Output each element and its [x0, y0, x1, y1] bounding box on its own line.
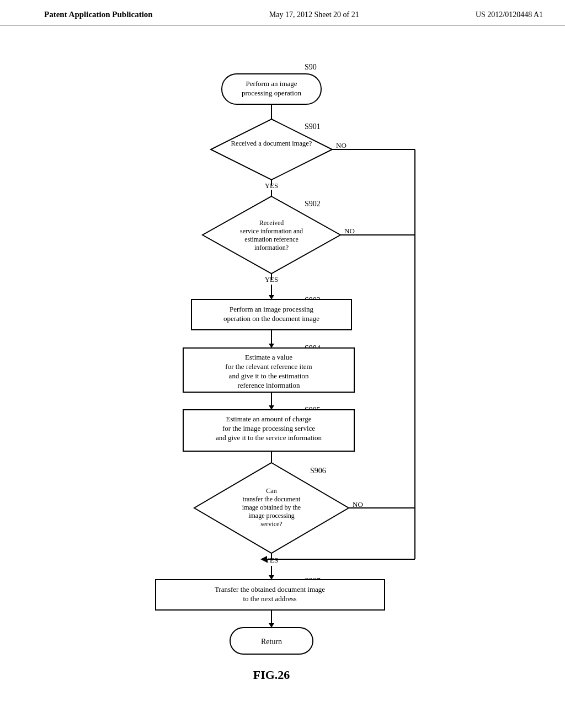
return-text: Return: [261, 638, 282, 646]
s904-text4: reference information: [238, 381, 300, 389]
arrowhead-s906-yes: [269, 575, 274, 580]
header-left: Patent Application Publication: [44, 10, 153, 19]
arrowhead-s902-yes: [269, 295, 274, 299]
s905-text3: and give it to the service information: [216, 433, 322, 442]
s902-diamond: [202, 196, 340, 274]
s906-no: NO: [353, 500, 363, 508]
s901-label: S901: [305, 122, 321, 131]
s902-text2: service information and: [240, 227, 303, 235]
s903-text2: operation on the document image: [223, 314, 319, 323]
s905-text1: Estimate an amount of charge: [226, 415, 312, 423]
fig-caption: FIG.26: [253, 668, 290, 682]
s90-text-line2: processing operation: [242, 89, 301, 97]
s902-text3: estimation reference: [244, 235, 299, 243]
s90-text-line1: Perform an image: [246, 79, 297, 88]
s906-text2: transfer the document: [243, 495, 301, 503]
header-right: US 2012/0120448 A1: [476, 10, 543, 19]
s904-text1: Estimate a value: [245, 353, 292, 361]
s902-text4: information?: [254, 244, 289, 251]
header-center: May 17, 2012 Sheet 20 of 21: [269, 10, 359, 19]
s902-label: S902: [305, 200, 321, 208]
s90-label: S90: [305, 63, 317, 71]
s906-text1: Can: [266, 487, 276, 495]
arrowhead-s907-return: [269, 623, 274, 628]
arrowhead-s904-s905: [269, 405, 274, 410]
s907-text1: Transfer the obtained document image: [215, 585, 325, 593]
s906-text4: image processing: [248, 512, 295, 520]
s906-label: S906: [310, 467, 326, 475]
main-content: S90 Perform an image processing operatio…: [0, 25, 565, 671]
flowchart-svg: S90 Perform an image processing operatio…: [89, 42, 476, 671]
s904-text3: and give it to the estimation: [229, 372, 309, 380]
s905-text2: for the image processing service: [222, 424, 315, 432]
s906-text3: image obtained by the: [242, 504, 301, 511]
s906-text5: service?: [260, 520, 282, 528]
s903-text1: Perform an image processing: [230, 305, 313, 313]
arrowhead-s903-s904: [269, 344, 274, 348]
s902-text1: Received: [259, 219, 284, 227]
s902-no: NO: [344, 227, 355, 235]
s904-text2: for the relevant reference item: [225, 362, 312, 371]
s901-text-line1: Received a document image?: [231, 140, 312, 147]
arrowhead-loop-back: [260, 556, 267, 563]
page-header: Patent Application Publication May 17, 2…: [0, 0, 565, 25]
s907-text2: to the next address: [243, 595, 296, 603]
s901-no: NO: [336, 141, 347, 149]
